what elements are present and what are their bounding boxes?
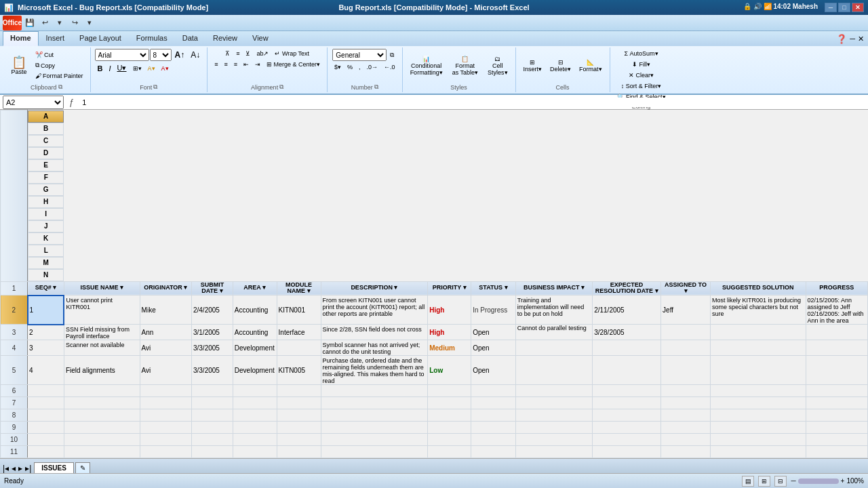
tab-page-layout[interactable]: Page Layout	[72, 31, 129, 46]
italic-button[interactable]: I	[106, 63, 113, 74]
decrease-decimal-button[interactable]: ←.0	[381, 62, 398, 72]
cell-h2[interactable]: High	[428, 296, 471, 325]
font-color-button[interactable]: A▾	[159, 64, 172, 73]
cell-j2[interactable]: Training and implementation will need to…	[515, 296, 592, 325]
col-G[interactable]: G	[28, 184, 64, 196]
tab-formulas[interactable]: Formulas	[129, 31, 175, 46]
fill-color-button[interactable]: A▾	[145, 64, 158, 73]
tab-nav-prev[interactable]: ◂	[12, 464, 16, 473]
cell-n5[interactable]	[806, 356, 867, 385]
tab-nav-last[interactable]: ▸|	[25, 464, 31, 473]
cell-f4[interactable]	[277, 340, 321, 356]
cell-a2[interactable]: 1	[28, 296, 64, 325]
cell-g5[interactable]: Purchase date, ordered date and the rema…	[321, 356, 428, 385]
cell-g4[interactable]: Symbol scanner has not arrived yet; cann…	[321, 340, 428, 356]
format-painter-button[interactable]: 🖌 Format Painter	[33, 71, 86, 81]
cell-i5[interactable]: Open	[471, 356, 516, 385]
tab-nav-first[interactable]: |◂	[3, 464, 9, 473]
currency-button[interactable]: $▾	[332, 62, 344, 72]
cell-i4[interactable]: Open	[471, 340, 516, 356]
delete-button[interactable]: ⊟ Delete▾	[547, 57, 574, 75]
col-F[interactable]: F	[28, 171, 64, 184]
border-button[interactable]: ⊞▾	[130, 64, 144, 73]
number-format-expand[interactable]: ⧉	[387, 50, 397, 60]
col-N[interactable]: N	[28, 269, 64, 281]
cell-e5[interactable]: Development	[233, 356, 277, 385]
ribbon-close-icon[interactable]: ✕	[858, 35, 864, 43]
cell-d3[interactable]: 3/1/2005	[191, 325, 233, 340]
tab-home[interactable]: Home	[3, 31, 39, 46]
decrease-font-button[interactable]: A↓	[188, 49, 203, 61]
col-H[interactable]: H	[28, 196, 64, 208]
cell-i3[interactable]: Open	[471, 325, 516, 340]
autosum-button[interactable]: Σ AutoSum▾	[622, 49, 661, 58]
close-button[interactable]: ✕	[852, 3, 864, 12]
header-issue[interactable]: ISSUE NAME ▾	[64, 281, 140, 296]
cell-n3[interactable]	[806, 325, 867, 340]
col-C[interactable]: C	[28, 135, 64, 147]
cell-n2[interactable]: 02/15/2005: Ann assigned to Jeff 02/16/2…	[806, 296, 867, 325]
align-center-button[interactable]: ≡	[221, 60, 230, 69]
header-module[interactable]: MODULE NAME ▾	[277, 281, 321, 296]
sheet-tab-issues[interactable]: ISSUES	[34, 462, 74, 473]
align-bottom-button[interactable]: ⊻	[243, 49, 253, 58]
merge-center-button[interactable]: ⊞ Merge & Center▾	[264, 60, 323, 69]
office-button[interactable]: Office	[3, 16, 22, 30]
header-status[interactable]: STATUS ▾	[471, 281, 516, 296]
help-icon[interactable]: ❓	[836, 34, 847, 44]
header-assigned[interactable]: ASSIGNED TO ▾	[661, 281, 711, 296]
col-B[interactable]: B	[28, 123, 64, 135]
maximize-button[interactable]: □	[838, 3, 850, 12]
cell-f2[interactable]: KITN001	[277, 296, 321, 325]
align-right-button[interactable]: ≡	[231, 60, 240, 69]
percent-button[interactable]: %	[344, 62, 355, 72]
alignment-expand[interactable]: ⧉	[279, 83, 283, 91]
formula-input[interactable]: 1	[79, 98, 865, 107]
sort-filter-button[interactable]: ↕ Sort & Filter▾	[618, 81, 665, 91]
name-box[interactable]: A2	[3, 96, 64, 109]
tab-review[interactable]: Review	[205, 31, 245, 46]
format-button[interactable]: 📐 Format▾	[576, 57, 606, 75]
tab-nav-next[interactable]: ▸	[18, 464, 22, 473]
copy-button[interactable]: ⧉ Copy	[33, 60, 86, 70]
cell-l5[interactable]	[661, 356, 711, 385]
cell-g2[interactable]: From screen KITN001 user cannot print th…	[321, 296, 428, 325]
cell-j4[interactable]	[515, 340, 592, 356]
normal-view-button[interactable]: ▤	[742, 476, 754, 487]
cell-h5[interactable]: Low	[428, 356, 471, 385]
clear-button[interactable]: ✕ Clear▾	[626, 70, 656, 80]
font-expand[interactable]: ⧉	[153, 83, 157, 91]
conditional-formatting-button[interactable]: 📊 ConditionalFormatting▾	[407, 54, 446, 78]
sheet-tab-new[interactable]: ✎	[75, 462, 90, 473]
header-solution[interactable]: SUGGESTED SOLUTION	[710, 281, 806, 296]
col-M[interactable]: M	[28, 257, 64, 269]
header-area[interactable]: AREA ▾	[233, 281, 277, 296]
cell-k4[interactable]	[593, 340, 661, 356]
qa-dropdown[interactable]: ▾	[83, 17, 96, 29]
col-I[interactable]: I	[28, 208, 64, 220]
fill-button[interactable]: ⬇ Fill▾	[629, 60, 653, 69]
cell-m4[interactable]	[710, 340, 806, 356]
tab-data[interactable]: Data	[175, 31, 205, 46]
number-format-select[interactable]: General	[332, 49, 387, 61]
comma-button[interactable]: ,	[356, 62, 363, 72]
cell-b4[interactable]: Scanner not available	[64, 340, 140, 356]
tab-view[interactable]: View	[245, 31, 276, 46]
page-break-view-button[interactable]: ⊟	[774, 476, 787, 487]
redo-button[interactable]: ↪	[68, 17, 81, 29]
cell-a5[interactable]: 4	[28, 356, 64, 385]
cell-h3[interactable]: High	[428, 325, 471, 340]
header-date[interactable]: SUBMIT DATE ▾	[191, 281, 233, 296]
insert-button[interactable]: ⊞ Insert▾	[520, 57, 546, 75]
undo-button[interactable]: ↩	[38, 17, 52, 29]
cell-c4[interactable]: Avi	[140, 340, 191, 356]
cut-button[interactable]: ✂️ Cut	[33, 50, 86, 60]
align-top-button[interactable]: ⊼	[222, 49, 233, 58]
cell-m2[interactable]: Most likely KITR001 is producing some sp…	[710, 296, 806, 325]
save-button[interactable]: 💾	[23, 17, 37, 29]
cell-k2[interactable]: 2/11/2005	[593, 296, 661, 325]
col-E[interactable]: E	[28, 159, 64, 171]
header-desc[interactable]: DESCRIPTION ▾	[321, 281, 428, 296]
underline-button[interactable]: U▾	[115, 62, 130, 74]
cell-e3[interactable]: Accounting	[233, 325, 277, 340]
